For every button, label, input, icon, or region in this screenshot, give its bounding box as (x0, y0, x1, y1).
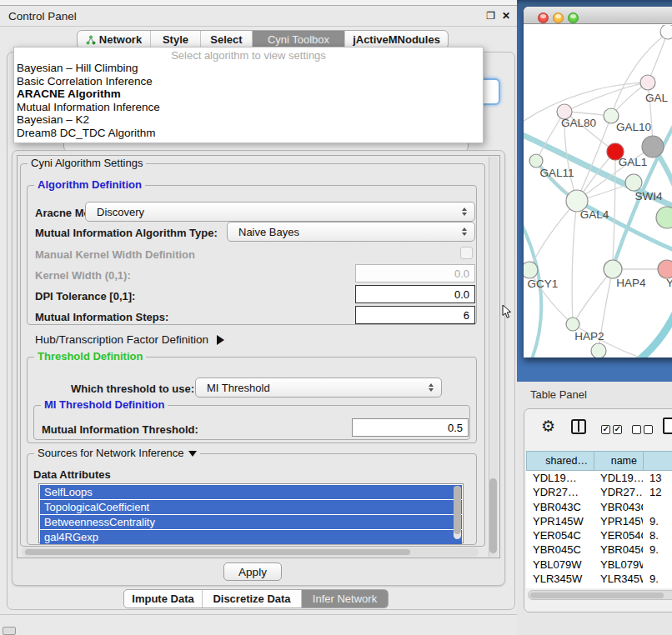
table-cell[interactable]: YIL052C (526, 586, 594, 588)
algorithm-option[interactable]: Mutual Information Inference (14, 101, 483, 114)
tab-cyni-toolbox[interactable]: Cyni Toolbox (253, 31, 345, 48)
network-node[interactable] (660, 25, 672, 39)
settings-vertical-scrollbar-thumb[interactable] (489, 478, 497, 553)
table-row[interactable]: YER054CYER054C8. (526, 528, 672, 542)
network-node[interactable] (625, 174, 642, 191)
table-cell[interactable]: YLR345W (526, 572, 594, 586)
zoom-window-icon[interactable] (568, 12, 579, 23)
table-row[interactable]: YPR145WYPR145W9. (526, 514, 672, 528)
table-cell[interactable]: 9. (643, 572, 672, 586)
network-window-titlebar[interactable] (524, 7, 672, 24)
table-cell[interactable]: YBR045C (526, 542, 594, 557)
table-cell[interactable]: YPR145W (594, 514, 643, 528)
table-cell[interactable]: YBR043C (526, 500, 594, 514)
table-cell[interactable]: YBR045C (594, 542, 643, 557)
network-window: GALGAL80GAL10GAL1GAL11SWI4GAL4GCY1HAP4YH… (524, 7, 672, 358)
table-horizontal-scrollbar[interactable] (528, 590, 672, 600)
table-cell[interactable]: YBL079W (526, 558, 594, 572)
close-window-icon[interactable] (538, 12, 549, 23)
table-cell[interactable]: YBL079W (594, 558, 643, 572)
table-row[interactable]: YIL052CYIL052C9. (526, 586, 672, 588)
tab-impute-data[interactable]: Impute Data (124, 590, 203, 608)
table-row[interactable]: YDL19…YDL19…13 (526, 471, 672, 485)
float-panel-icon[interactable]: ❐ (486, 10, 495, 22)
tab-jactivemnodules[interactable]: jActiveMNodules (345, 31, 448, 48)
table-cell[interactable]: YLR345W (594, 572, 643, 586)
algorithm-option[interactable]: Bayesian – Hill Climbing (14, 62, 483, 75)
tab-network[interactable]: Network (78, 31, 151, 48)
data-attributes-list[interactable]: SelfLoopsTopologicalCoefficientBetweenne… (38, 483, 464, 543)
table-row[interactable]: YLR345WYLR345W9. (526, 572, 672, 586)
which-threshold-combobox[interactable]: MI Threshold (195, 378, 442, 398)
attribute-item[interactable]: TopologicalCoefficient (40, 500, 462, 514)
tab-style[interactable]: Style (151, 31, 201, 48)
network-node[interactable] (656, 207, 672, 228)
network-node[interactable] (642, 136, 664, 158)
aracne-mode-combobox[interactable]: Discovery (85, 202, 475, 222)
settings-horizontal-scrollbar-thumb[interactable] (25, 549, 410, 555)
table-cell[interactable] (643, 500, 672, 514)
table-header-row: shared… name (526, 451, 672, 471)
network-canvas[interactable]: GALGAL80GAL10GAL1GAL11SWI4GAL4GCY1HAP4YH… (524, 25, 672, 358)
close-panel-icon[interactable]: ✕ (502, 10, 510, 22)
network-node[interactable] (566, 318, 579, 331)
table-cell[interactable]: YER054C (526, 528, 594, 542)
table-cell[interactable]: YDL19… (594, 471, 643, 485)
apply-button[interactable]: Apply (223, 562, 282, 581)
attribute-item[interactable]: BetweennessCentrality (40, 515, 462, 529)
table-cell[interactable]: YIL052C (594, 586, 643, 588)
network-node[interactable] (604, 260, 622, 278)
table-row[interactable]: YBR043CYBR043C (526, 500, 672, 514)
document-icon[interactable] (663, 418, 672, 434)
mi-threshold-field[interactable]: 0.5 (352, 418, 469, 437)
table-cell[interactable]: YDR27… (594, 485, 643, 499)
table-cell[interactable]: YDR27… (526, 485, 594, 499)
algorithm-option[interactable]: Bayesian – K2 (14, 113, 483, 127)
tab-infer-network[interactable]: Infer Network (302, 590, 388, 608)
algorithm-option[interactable]: Dream8 DC_TDC Algorithm (14, 127, 483, 140)
sources-toggle[interactable]: Sources for Network Inference (34, 447, 200, 459)
split-columns-icon[interactable] (571, 419, 586, 434)
tab-discretize-data[interactable]: Discretize Data (203, 590, 302, 608)
attribute-item[interactable]: SelfLoops (40, 485, 462, 499)
column-header[interactable]: name (594, 451, 643, 471)
group-title: Threshold Definition (34, 350, 146, 362)
network-node[interactable] (529, 154, 543, 168)
algorithm-option[interactable]: Basic Correlation Inference (14, 75, 483, 88)
dpi-tolerance-field[interactable]: 0.0 (355, 285, 475, 303)
hub-section-toggle[interactable]: Hub/Transcription Factor Definition (35, 333, 224, 346)
network-node[interactable] (658, 260, 672, 278)
table-cell[interactable]: 9. (643, 586, 672, 588)
table-cell[interactable]: YPR145W (526, 514, 594, 528)
table-row[interactable]: YBL079WYBL079W (526, 558, 672, 572)
table-cell[interactable]: 13 (643, 471, 672, 485)
table-cell[interactable]: YDL19… (526, 471, 594, 485)
column-header[interactable]: shared… (526, 451, 594, 471)
mi-type-combobox[interactable]: Naive Bayes (227, 222, 475, 242)
table-row[interactable]: YDR27…YDR27…12 (526, 485, 672, 499)
list-scrollbar[interactable] (454, 486, 461, 539)
network-node[interactable] (591, 343, 606, 358)
table-row[interactable]: YBR045CYBR045C9. (526, 542, 672, 557)
corner-button[interactable] (3, 627, 16, 635)
table-cell[interactable]: YER054C (594, 528, 643, 542)
table-cell[interactable] (643, 558, 672, 572)
select-all-columns-icon[interactable] (601, 422, 624, 438)
table-cell[interactable]: YBR043C (594, 500, 643, 514)
gear-icon[interactable]: ⚙ (541, 417, 555, 436)
attribute-item[interactable]: gal4RGexp (40, 530, 462, 544)
mi-steps-field[interactable]: 6 (355, 306, 475, 324)
table-cell[interactable]: 9. (643, 514, 672, 528)
table-cell[interactable]: 12 (643, 485, 672, 499)
tab-select[interactable]: Select (201, 31, 253, 48)
table-cell[interactable]: 8. (643, 528, 672, 542)
network-node[interactable] (524, 262, 538, 278)
network-node[interactable] (640, 75, 655, 90)
algorithm-option[interactable]: ARACNE Algorithm (14, 88, 483, 101)
minimize-window-icon[interactable] (553, 12, 564, 23)
kernel-width-field[interactable]: 0.0 (355, 264, 475, 282)
table-cell[interactable]: 9. (643, 542, 672, 557)
column-header[interactable] (643, 451, 672, 471)
manual-kernel-checkbox[interactable] (460, 247, 473, 259)
deselect-all-columns-icon[interactable] (632, 422, 655, 438)
